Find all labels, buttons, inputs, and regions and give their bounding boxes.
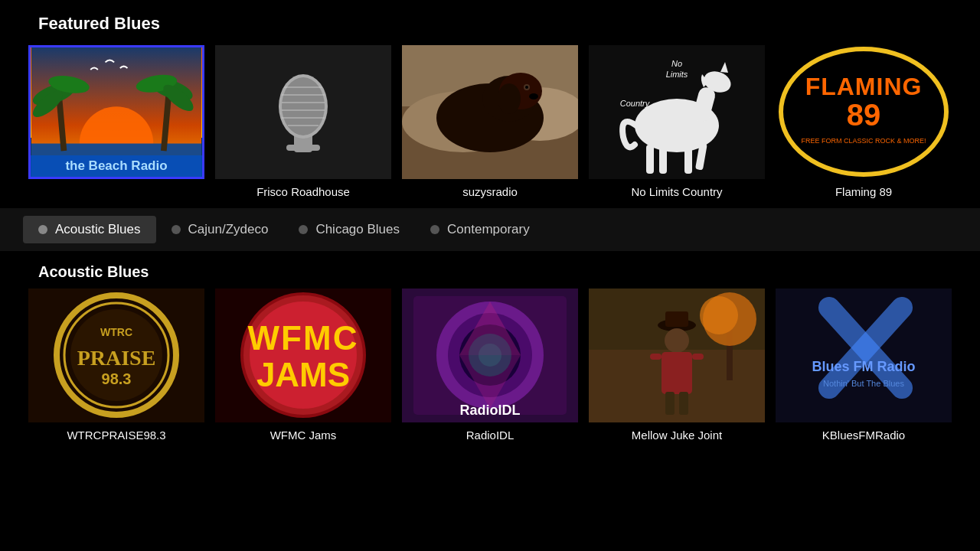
card-no-limits-country[interactable]: No Limits Country No Limits Country <box>583 41 770 202</box>
svg-point-79 <box>700 296 738 334</box>
nav-tabs-bar: Acoustic Blues Cajun/Zydeco Chicago Blue… <box>0 208 980 251</box>
card-img-wfmc: WFMC JAMS <box>215 289 391 422</box>
card-wtrcpraise[interactable]: WTRC PRAISE 98.3 WTRCPRAISE98.3 <box>23 285 210 445</box>
svg-point-29 <box>498 83 521 114</box>
card-label-radioidl: RadioIDL <box>402 429 578 442</box>
card-img-frisco <box>215 45 391 179</box>
featured-title: Featured Blues <box>0 0 980 41</box>
card-label-suzys: suzysradio <box>402 185 578 198</box>
svg-rect-40 <box>684 145 692 174</box>
card-flaming89[interactable]: FLAMING 89 FREE FORM CLASSIC ROCK & MORE… <box>770 41 957 202</box>
tab-cajun-zydeco[interactable]: Cajun/Zydeco <box>156 216 284 243</box>
card-img-no-limits: No Limits Country <box>589 45 765 179</box>
tab-acoustic-blues-label: Acoustic Blues <box>55 222 141 237</box>
svg-text:JAMS: JAMS <box>256 356 350 393</box>
card-radioidl[interactable]: RadioIDL RadioIDL <box>397 285 583 445</box>
card-img-flaming89: FLAMING 89 FREE FORM CLASSIC ROCK & MORE… <box>776 45 952 179</box>
svg-point-15 <box>282 77 325 135</box>
svg-text:RadioIDL: RadioIDL <box>460 403 521 418</box>
svg-point-32 <box>529 93 538 99</box>
svg-text:WFMC: WFMC <box>248 319 359 357</box>
card-wfmc-jams[interactable]: WFMC JAMS WFMC Jams <box>210 285 397 445</box>
card-label-kblues: KBluesFMRadio <box>776 429 952 442</box>
svg-text:No: No <box>671 59 682 68</box>
card-kbluesfmradio[interactable]: Blues FM Radio Nothin' But The Blues KBl… <box>770 285 957 445</box>
svg-text:Limits: Limits <box>666 70 688 79</box>
svg-rect-84 <box>650 354 662 360</box>
svg-rect-13 <box>286 145 320 151</box>
card-img-kblues: Blues FM Radio Nothin' But The Blues <box>776 289 952 422</box>
tab-chicago-blues[interactable]: Chicago Blues <box>283 216 415 243</box>
svg-text:Blues FM Radio: Blues FM Radio <box>812 359 915 374</box>
tab-acoustic-blues[interactable]: Acoustic Blues <box>23 216 156 243</box>
card-label-wfmc: WFMC Jams <box>215 429 391 442</box>
beach-radio-overlay-label: the Beach Radio <box>31 155 202 177</box>
svg-text:PRAISE: PRAISE <box>77 346 156 370</box>
featured-cards-row: the Beach Radio <box>0 41 980 202</box>
svg-text:FLAMING: FLAMING <box>805 73 923 100</box>
card-img-radioidl: RadioIDL <box>402 289 578 422</box>
card-suzysradio[interactable]: suzysradio <box>397 41 583 202</box>
acoustic-title: Acoustic Blues <box>0 257 980 285</box>
card-img-suzys <box>402 45 578 179</box>
acoustic-section: Acoustic Blues WTRC PRAISE <box>0 257 980 445</box>
bullet-acoustic <box>38 225 47 234</box>
svg-rect-85 <box>692 354 704 360</box>
featured-section: Featured Blues <box>0 0 980 202</box>
acoustic-cards-row: WTRC PRAISE 98.3 WTRCPRAISE98.3 <box>0 285 980 445</box>
svg-text:98.3: 98.3 <box>102 370 132 387</box>
tab-contemporary-label: Contemporary <box>447 222 530 237</box>
bullet-contemporary <box>430 225 439 234</box>
card-label-no-limits: No Limits Country <box>589 185 765 198</box>
card-img-mellow <box>589 289 765 422</box>
card-label-wtrc: WTRCPRAISE98.3 <box>28 429 204 442</box>
svg-rect-38 <box>646 145 654 174</box>
svg-rect-87 <box>679 392 688 415</box>
svg-point-82 <box>665 328 689 353</box>
svg-text:89: 89 <box>847 98 881 132</box>
svg-text:Nothin' But The Blues: Nothin' But The Blues <box>823 379 904 388</box>
card-img-wtrc: WTRC PRAISE 98.3 <box>28 289 204 422</box>
bullet-cajun <box>172 225 181 234</box>
bullet-chicago <box>299 225 308 234</box>
svg-text:Country: Country <box>620 99 651 108</box>
tab-cajun-zydeco-label: Cajun/Zydeco <box>188 222 269 237</box>
tab-contemporary[interactable]: Contemporary <box>415 216 545 243</box>
card-label-frisco: Frisco Roadhouse <box>215 185 391 198</box>
card-mellow-juke-joint[interactable]: Mellow Juke Joint <box>583 285 770 445</box>
card-label-mellow: Mellow Juke Joint <box>589 429 765 442</box>
card-beach-radio[interactable]: the Beach Radio <box>23 41 210 202</box>
svg-text:FREE FORM CLASSIC ROCK & MORE!: FREE FORM CLASSIC ROCK & MORE! <box>801 137 926 145</box>
svg-point-31 <box>525 86 528 89</box>
card-frisco-roadhouse[interactable]: Frisco Roadhouse <box>210 41 397 202</box>
svg-rect-39 <box>659 147 667 174</box>
card-label-flaming89: Flaming 89 <box>776 185 952 198</box>
card-img-beach-radio: the Beach Radio <box>28 45 204 179</box>
svg-rect-81 <box>665 311 688 327</box>
tab-chicago-blues-label: Chicago Blues <box>315 222 400 237</box>
svg-rect-86 <box>665 392 675 415</box>
svg-rect-83 <box>662 352 692 394</box>
svg-text:WTRC: WTRC <box>100 326 132 338</box>
